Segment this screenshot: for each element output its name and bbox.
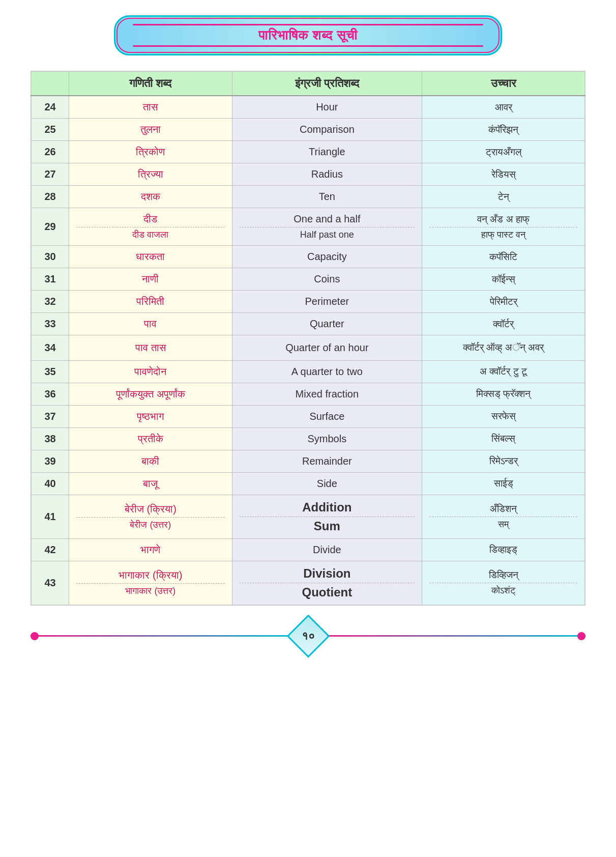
row-number: 42 bbox=[31, 538, 69, 561]
row-english: Divide bbox=[232, 538, 422, 561]
row-marathi: त्रिकोण bbox=[69, 141, 232, 163]
row-english: Comparison bbox=[232, 119, 422, 141]
row-english: Mixed fraction bbox=[232, 383, 422, 405]
table-row: 26त्रिकोणTriangleट्रायअँगल् bbox=[31, 141, 585, 163]
row-number: 27 bbox=[31, 163, 69, 186]
row-marathi: दशक bbox=[69, 186, 232, 208]
table-row: 29दीडदीड वाजलाOne and a halfHalf past on… bbox=[31, 208, 585, 246]
row-pronounce: क्वॉर्टर् ऑव्ह् अॅन् अवर् bbox=[422, 335, 585, 361]
page-footer: १० bbox=[31, 621, 585, 651]
row-marathi: बेरीज (क्रिया)बेरीज (उत्तर) bbox=[69, 495, 232, 538]
row-pronounce: साईड् bbox=[422, 472, 585, 495]
row-marathi: धारकता bbox=[69, 246, 232, 268]
footer-diamond: १० bbox=[286, 614, 330, 658]
banner-bottom-line bbox=[133, 45, 484, 47]
table-row: 40बाजूSideसाईड् bbox=[31, 472, 585, 495]
header-banner: पारिभाषिक शब्द सूची bbox=[31, 15, 585, 55]
row-marathi: त्रिज्या bbox=[69, 163, 232, 186]
row-english: AdditionSum bbox=[232, 495, 422, 538]
row-pronounce: रेडियस् bbox=[422, 163, 585, 186]
table-row: 38प्रतीकेSymbolsसिंबल्स् bbox=[31, 427, 585, 450]
footer-line-right bbox=[324, 635, 586, 637]
header-english: इंग्रजी प्रतिशब्द bbox=[232, 71, 422, 96]
row-pronounce: अँडिशन्सम् bbox=[422, 495, 585, 538]
row-marathi: भागाकार (क्रिया)भागाकार (उत्तर) bbox=[69, 561, 232, 605]
row-marathi: पाव bbox=[69, 313, 232, 335]
table-row: 43भागाकार (क्रिया)भागाकार (उत्तर)Divisio… bbox=[31, 561, 585, 605]
row-pronounce: डिव्हाइड् bbox=[422, 538, 585, 561]
footer-line-left bbox=[31, 635, 293, 637]
row-english: Side bbox=[232, 472, 422, 495]
table-row: 32परिमितीPerimeterपेरिमीटर् bbox=[31, 291, 585, 313]
row-number: 41 bbox=[31, 495, 69, 538]
row-number: 36 bbox=[31, 383, 69, 405]
row-number: 29 bbox=[31, 208, 69, 246]
row-english: Symbols bbox=[232, 427, 422, 450]
row-marathi: पूर्णांकयुक्त अपूर्णांक bbox=[69, 383, 232, 405]
row-number: 32 bbox=[31, 291, 69, 313]
row-marathi: पावणेदोन bbox=[69, 360, 232, 383]
row-english: Surface bbox=[232, 405, 422, 427]
row-pronounce: ट्रायअँगल् bbox=[422, 141, 585, 163]
row-marathi: भागणे bbox=[69, 538, 232, 561]
table-row: 33पावQuarterक्वॉर्टर् bbox=[31, 313, 585, 335]
table-row: 39बाकीRemainderरिमेऽन्डर् bbox=[31, 450, 585, 472]
table-row: 25तुलनाComparisonकंपॅरिझन् bbox=[31, 119, 585, 141]
row-marathi: नाणी bbox=[69, 268, 232, 291]
row-pronounce: कपॅसिटि bbox=[422, 246, 585, 268]
row-english: Coins bbox=[232, 268, 422, 291]
table-row: 28दशकTenटेन् bbox=[31, 186, 585, 208]
table-row: 35पावणेदोनA quarter to twoअ क्वॉर्टर् टु… bbox=[31, 360, 585, 383]
page-title: पारिभाषिक शब्द सूची bbox=[258, 27, 358, 43]
row-english: Perimeter bbox=[232, 291, 422, 313]
vocabulary-table: गणिती शब्द इंग्रजी प्रतिशब्द उच्चार 24ता… bbox=[31, 71, 585, 606]
row-number: 34 bbox=[31, 335, 69, 361]
table-row: 34पाव तासQuarter of an hourक्वॉर्टर् ऑव्… bbox=[31, 335, 585, 361]
row-number: 35 bbox=[31, 360, 69, 383]
row-pronounce: टेन् bbox=[422, 186, 585, 208]
table-header-row: गणिती शब्द इंग्रजी प्रतिशब्द उच्चार bbox=[31, 71, 585, 96]
header-pronounce: उच्चार bbox=[422, 71, 585, 96]
row-english: Radius bbox=[232, 163, 422, 186]
row-number: 25 bbox=[31, 119, 69, 141]
row-number: 30 bbox=[31, 246, 69, 268]
row-english: A quarter to two bbox=[232, 360, 422, 383]
table-row: 31नाणीCoinsकॉईन्स् bbox=[31, 268, 585, 291]
row-english: Capacity bbox=[232, 246, 422, 268]
row-english: Ten bbox=[232, 186, 422, 208]
row-number: 24 bbox=[31, 96, 69, 119]
row-marathi: प्रतीके bbox=[69, 427, 232, 450]
table-row: 24तासHourआवर् bbox=[31, 96, 585, 119]
row-marathi: पाव तास bbox=[69, 335, 232, 361]
row-pronounce: सरफेस् bbox=[422, 405, 585, 427]
table-row: 36पूर्णांकयुक्त अपूर्णांकMixed fractionम… bbox=[31, 383, 585, 405]
table-row: 30धारकताCapacityकपॅसिटि bbox=[31, 246, 585, 268]
table-row: 41बेरीज (क्रिया)बेरीज (उत्तर)AdditionSum… bbox=[31, 495, 585, 538]
row-english: Remainder bbox=[232, 450, 422, 472]
page-number: १० bbox=[302, 630, 315, 643]
banner-background: पारिभाषिक शब्द सूची bbox=[114, 15, 503, 55]
row-pronounce: मिक्सड् फ्रॅक्शन् bbox=[422, 383, 585, 405]
row-pronounce: आवर् bbox=[422, 96, 585, 119]
row-marathi: बाकी bbox=[69, 450, 232, 472]
row-marathi: तुलना bbox=[69, 119, 232, 141]
table-row: 37पृष्ठभागSurfaceसरफेस् bbox=[31, 405, 585, 427]
row-number: 39 bbox=[31, 450, 69, 472]
row-number: 37 bbox=[31, 405, 69, 427]
row-marathi: बाजू bbox=[69, 472, 232, 495]
row-english: Triangle bbox=[232, 141, 422, 163]
row-marathi: पृष्ठभाग bbox=[69, 405, 232, 427]
row-number: 33 bbox=[31, 313, 69, 335]
row-pronounce: डिव्हिजन्कोऽशंट् bbox=[422, 561, 585, 605]
footer-dot-left bbox=[31, 632, 39, 640]
row-number: 28 bbox=[31, 186, 69, 208]
header-marathi: गणिती शब्द bbox=[69, 71, 232, 96]
banner-inner: पारिभाषिक शब्द सूची bbox=[116, 18, 500, 53]
row-number: 38 bbox=[31, 427, 69, 450]
row-pronounce: कंपॅरिझन् bbox=[422, 119, 585, 141]
row-pronounce: क्वॉर्टर् bbox=[422, 313, 585, 335]
banner-top-line bbox=[133, 24, 484, 25]
row-pronounce: रिमेऽन्डर् bbox=[422, 450, 585, 472]
row-number: 43 bbox=[31, 561, 69, 605]
row-english: Hour bbox=[232, 96, 422, 119]
